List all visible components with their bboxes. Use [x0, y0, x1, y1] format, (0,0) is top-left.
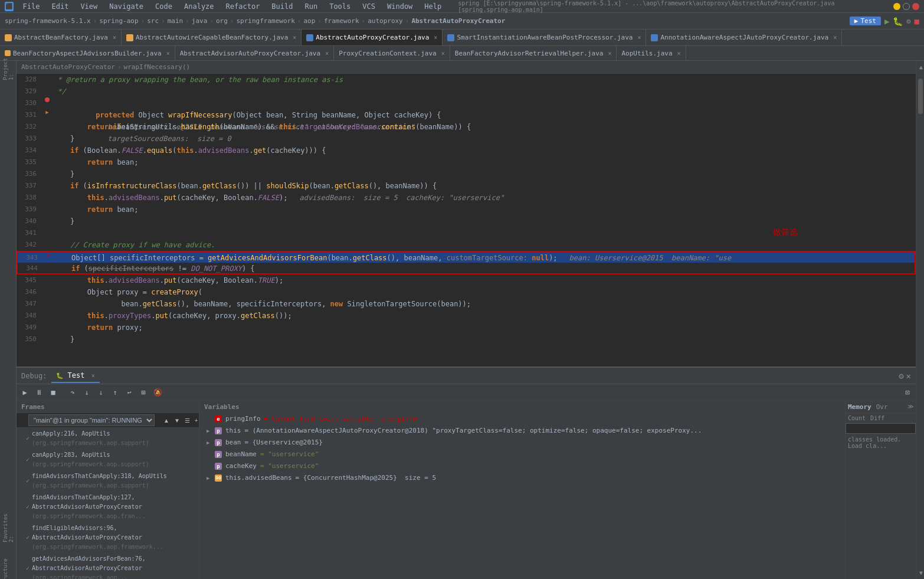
var-item-this[interactable]: ▶ p this = (AnnotationAwareAspectJAutoPr…: [199, 425, 845, 437]
mute-btn[interactable]: 🔕: [152, 387, 163, 398]
var-icon-p1: p: [215, 427, 222, 434]
tab-abstract-autowire[interactable]: AbstractAutowireCapableBeanFactory.java …: [122, 30, 302, 45]
resume-btn[interactable]: ▶: [19, 387, 31, 398]
menu-code[interactable]: Code: [153, 1, 175, 12]
frame-filter-btn[interactable]: ☰: [183, 417, 192, 424]
code-line-331: 331 ▶ if (StringUtils.hasLength(beanName…: [17, 109, 916, 121]
bc-framework[interactable]: framework: [324, 17, 359, 25]
frame-item-3[interactable]: ✓ findAdvisorsThatCanApply:127, Abstract…: [17, 492, 199, 522]
menu-edit[interactable]: Edit: [49, 1, 71, 12]
stop-program-btn[interactable]: ■: [47, 387, 59, 398]
menu-build[interactable]: Build: [269, 1, 295, 12]
tab-bean-factory-advisors[interactable]: BeanFactoryAspectJAdvisorsBuilder.java ×: [0, 46, 175, 60]
menu-help[interactable]: Help: [422, 1, 444, 12]
menu-run[interactable]: Run: [302, 1, 320, 12]
debug-btn-run[interactable]: 🐛: [893, 17, 903, 26]
scroll-thumb[interactable]: [918, 78, 923, 114]
code-line-336: 336 }: [17, 168, 916, 180]
frame-item-4[interactable]: ✓ findEligibleAdvisors:96, AbstractAdvis…: [17, 522, 199, 553]
var-item-advisedbeans[interactable]: ▶ oo this.advisedBeans = {ConcurrentHash…: [199, 472, 845, 484]
tab-abstract-auto-proxy[interactable]: AbstractAutoProxyCreator.java ×: [302, 30, 443, 45]
profile-btn[interactable]: ⚙: [906, 17, 910, 25]
close-btn[interactable]: [912, 3, 919, 10]
menu-refactor[interactable]: Refactor: [224, 1, 263, 12]
bc-autoproxy[interactable]: autoproxy: [368, 17, 403, 25]
debug-tab-test[interactable]: 🐛 Test ×: [51, 369, 99, 383]
app-icon: ⬛: [5, 2, 14, 11]
var-icon-p4: p: [215, 463, 222, 470]
force-step-btn[interactable]: ⇓: [95, 387, 107, 398]
bc-main[interactable]: main: [168, 17, 184, 25]
code-line-344: 344 if (specificInterceptors != DO_NOT_P…: [17, 263, 916, 274]
bc-class[interactable]: AbstractAutoProxyCreator: [411, 17, 505, 25]
memory-label: Memory: [848, 403, 871, 411]
frame-item-5[interactable]: ✓ getAdvicesAndAdvisorsForBean:76, Abstr…: [17, 553, 199, 579]
restore-layout-btn[interactable]: ⊡: [902, 387, 913, 398]
tab-bean-factory-advisor-helper[interactable]: BeanFactoryAdvisorRetrievalHelper.java ×: [450, 46, 617, 60]
sidebar-project-icon[interactable]: 1: Project: [2, 63, 14, 75]
left-sidebar: 1: Project 2: Favorites L: Structure: [0, 61, 17, 579]
tab-abstract-bean-factory[interactable]: AbstractBeanFactory.java ×: [0, 30, 122, 45]
bc-org[interactable]: org: [216, 17, 228, 25]
thread-running-row: "main"@1 in group "main": RUNNING ▲ ▼ ☰ …: [17, 413, 199, 428]
code-line-339: 339 return bean;: [17, 204, 916, 215]
step-out-btn[interactable]: ↑: [109, 387, 121, 398]
classes-loaded-text: classes loaded. Load cla...: [846, 434, 916, 452]
vertical-scrollbar[interactable]: ▲ ▼: [916, 61, 924, 579]
var-item-bean[interactable]: ▶ p bean = {Userservice@2015}: [199, 437, 845, 449]
code-area[interactable]: 328 * @return a proxy wrapping the bean,…: [17, 74, 916, 367]
code-line-337: 337 if (isInfrastructureClass(bean.getCl…: [17, 180, 916, 192]
scroll-down-btn[interactable]: ▼: [919, 570, 923, 576]
evaluate-btn[interactable]: ⊞: [137, 387, 149, 398]
code-line-328: 328 * @return a proxy wrapping the bean,…: [17, 74, 916, 86]
menu-navigate[interactable]: Navigate: [107, 1, 146, 12]
step-over-btn[interactable]: ↷: [67, 387, 78, 398]
sidebar-favorites-icon[interactable]: 2: Favorites: [2, 522, 14, 534]
run-btn[interactable]: ▶: [884, 17, 889, 26]
bc-springframework[interactable]: springframework: [236, 17, 294, 25]
menu-file[interactable]: File: [21, 1, 42, 12]
menu-vcs[interactable]: VCS: [360, 1, 378, 12]
menu-window[interactable]: Window: [385, 1, 415, 12]
frame-item-2[interactable]: ✓ findAdvisorsThatCanApply:318, AopUtils…: [17, 470, 199, 492]
run-config-selector[interactable]: ▶Test: [850, 17, 881, 25]
code-line-334: 334 if (Boolean.FALSE.equals(this.advise…: [17, 145, 916, 156]
run-to-cursor-btn[interactable]: ↩: [123, 387, 135, 398]
frame-item-0[interactable]: ✓ canApply:216, AopUtils (org.springfram…: [17, 428, 199, 449]
variable-search-input[interactable]: [846, 423, 916, 434]
minimize-btn[interactable]: [893, 3, 900, 10]
scroll-up-btn[interactable]: ▲: [919, 64, 923, 70]
window-title: spring [E:\springyunma\spring-framework-…: [458, 0, 882, 13]
thread-selector[interactable]: "main"@1 in group "main": RUNNING: [28, 414, 155, 426]
bc-project[interactable]: spring-framework-5.1.x: [5, 17, 91, 25]
menu-view[interactable]: View: [78, 1, 100, 12]
bc-src[interactable]: src: [147, 17, 159, 25]
maximize-btn[interactable]: [903, 3, 910, 10]
frame-item-1[interactable]: ✓ canApply:283, AopUtils (org.springfram…: [17, 449, 199, 470]
frame-add-btn[interactable]: +: [193, 417, 199, 424]
frame-up-btn[interactable]: ▲: [162, 417, 171, 424]
tab-abstract-advisor[interactable]: AbstractAdvisorAutoProxyCreator.java ×: [175, 46, 334, 60]
frames-panel: Frames "main"@1 in group "main": RUNNING…: [17, 401, 199, 579]
bc-module[interactable]: spring-aop: [99, 17, 138, 25]
tab-annotation-aware[interactable]: AnnotationAwareAspectJAutoProxyCreator.j…: [646, 30, 842, 45]
code-line-346: 346 Object proxy = createProxy(: [17, 286, 916, 298]
bc-aop[interactable]: aop: [303, 17, 315, 25]
frame-down-btn[interactable]: ▼: [172, 417, 182, 424]
sidebar-structure-icon[interactable]: L: Structure: [2, 567, 14, 579]
debug-close-btn[interactable]: ✕: [906, 371, 911, 381]
debug-settings-btn[interactable]: ⚙: [899, 371, 903, 381]
pause-btn[interactable]: ⏸: [33, 387, 45, 398]
menu-tools[interactable]: Tools: [327, 1, 353, 12]
diff-label: Diff: [870, 415, 884, 421]
stop-btn[interactable]: ■: [915, 17, 919, 26]
tab-aop-utils[interactable]: AopUtils.java ×: [617, 46, 686, 60]
close-memory-btn[interactable]: ≫: [907, 403, 913, 411]
tab-proxy-creation-context[interactable]: ProxyCreationContext.java ×: [334, 46, 450, 60]
breakpoint-330[interactable]: [45, 97, 50, 102]
menu-analyze[interactable]: Analyze: [182, 1, 217, 12]
main-layout: 1: Project 2: Favorites L: Structure Abs…: [0, 61, 924, 579]
tab-smart-instantiation[interactable]: SmartInstantiationAwareBeanPostProcessor…: [443, 30, 646, 45]
step-into-btn[interactable]: ↓: [81, 387, 93, 398]
bc-java[interactable]: java: [192, 17, 208, 25]
